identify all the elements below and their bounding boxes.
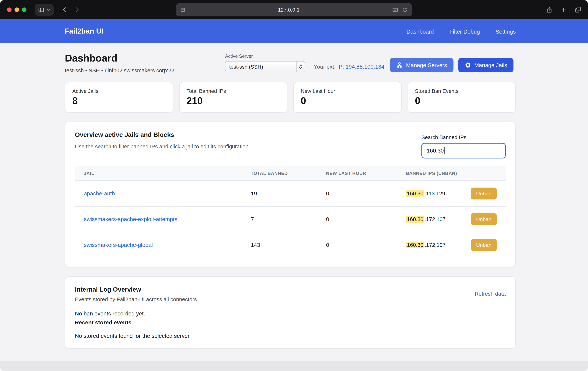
jail-link[interactable]: apache-auth: [84, 190, 115, 196]
stat-card-active-jails: Active Jails 8: [65, 82, 173, 112]
page-subtitle: test-ssh • SSH • rlinfp02.swissmakers.co…: [65, 67, 225, 73]
ip-highlight: 160.30: [406, 190, 425, 197]
ip-rest: .172.107: [425, 242, 446, 248]
minimize-window-button[interactable]: [15, 8, 19, 12]
chevron-down-icon: [47, 8, 50, 11]
internal-log-card: Internal Log Overview Events stored by F…: [65, 276, 516, 349]
total-banned-cell: 143: [242, 242, 317, 248]
browser-window: 127.0.0.1 Fail2ban UI: [0, 0, 588, 371]
log-subtitle: Events stored by Fail2ban-UI across all …: [75, 296, 198, 302]
traffic-lights: [7, 8, 26, 12]
app-brand: Fail2ban UI: [65, 27, 103, 35]
stat-card-total-banned: Total Banned IPs 210: [179, 82, 287, 112]
external-ip-value: 194.88.100.134: [346, 63, 385, 70]
table-row: swissmakers-apache-exploit-attempts 7 0 …: [75, 206, 506, 232]
sidebar-toggle-button[interactable]: [35, 4, 54, 15]
ip-highlight: 160.30: [406, 241, 425, 248]
new-last-hour-cell: 0: [317, 190, 397, 196]
jail-link[interactable]: swissmakers-apache-exploit-attempts: [84, 216, 177, 222]
new-last-hour-cell: 0: [317, 216, 397, 222]
refresh-data-link[interactable]: Refresh data: [475, 291, 506, 297]
stat-label: Active Jails: [72, 88, 166, 94]
reload-icon[interactable]: [402, 7, 408, 12]
no-ban-events-text: No ban events recorded yet.: [75, 310, 506, 316]
column-header-total-banned: TOTAL BANNED: [242, 171, 317, 176]
stat-label: Total Banned IPs: [187, 88, 280, 94]
banned-ip-cell: 160.30.172.107 Unban: [397, 239, 506, 251]
external-ip: Your ext. IP: 194.88.100.134: [314, 63, 384, 70]
jails-table: JAIL TOTAL BANNED NEW LAST HOUR BANNED I…: [75, 166, 506, 257]
overview-subtitle: Use the search to filter banned IPs and …: [75, 143, 250, 149]
stat-card-new-last-hour: New Last Hour 0: [293, 82, 401, 112]
search-input-value: 160.30: [427, 147, 444, 154]
column-header-banned-ips: BANNED IPS (UNBAN): [397, 171, 506, 176]
stat-value: 210: [187, 95, 280, 106]
table-header-row: JAIL TOTAL BANNED NEW LAST HOUR BANNED I…: [75, 166, 506, 181]
page-menu-icon[interactable]: [180, 7, 186, 12]
fullscreen-window-button[interactable]: [22, 8, 26, 12]
search-banned-ips-label: Search Banned IPs: [421, 134, 506, 140]
nav-link-settings[interactable]: Settings: [496, 28, 516, 34]
manage-jails-label: Manage Jails: [474, 62, 507, 68]
search-banned-ips-input[interactable]: 160.30: [421, 143, 506, 158]
new-last-hour-cell: 0: [317, 242, 397, 248]
nav-link-dashboard[interactable]: Dashboard: [406, 28, 434, 34]
browser-titlebar: 127.0.0.1: [0, 0, 588, 19]
active-server-label: Active Server: [225, 54, 305, 59]
table-row: apache-auth 19 0 160.30.113.129 Unban: [75, 181, 506, 206]
column-header-new-last-hour: NEW LAST HOUR: [317, 171, 397, 176]
manage-servers-button[interactable]: Manage Servers: [389, 58, 453, 72]
banned-ip-cell: 160.30.172.107 Unban: [397, 213, 506, 225]
new-tab-icon[interactable]: [560, 7, 567, 13]
sidebar-icon: [38, 7, 44, 13]
ip-rest: .113.129: [425, 190, 445, 196]
stat-value: 0: [415, 95, 508, 106]
manage-jails-button[interactable]: Manage Jails: [458, 58, 514, 72]
keyboard-icon[interactable]: [392, 7, 398, 13]
stat-cards: Active Jails 8 Total Banned IPs 210 New …: [65, 82, 516, 112]
manage-servers-label: Manage Servers: [406, 62, 447, 68]
banned-ip: 160.30.172.107: [406, 242, 446, 248]
ip-highlight: 160.30: [406, 216, 425, 222]
active-server-select[interactable]: test-ssh (SSH): [225, 61, 305, 72]
page-content: Dashboard test-ssh • SSH • rlinfp02.swis…: [0, 43, 588, 371]
unban-button[interactable]: Unban: [471, 239, 497, 251]
sitemap-icon: [396, 62, 403, 68]
tab-overview-icon[interactable]: [575, 6, 581, 13]
url-text: 127.0.0.1: [186, 7, 392, 12]
no-stored-events-text: No stored events found for the selected …: [75, 332, 506, 339]
text-caret: [444, 147, 445, 154]
active-server-value: test-ssh (SSH): [225, 64, 296, 70]
unban-button[interactable]: Unban: [471, 213, 497, 225]
banned-ip-cell: 160.30.113.129 Unban: [397, 187, 506, 199]
banned-ip: 160.30.172.107: [406, 216, 446, 222]
select-arrows-icon: [296, 62, 305, 72]
page-title: Dashboard: [65, 53, 225, 64]
stat-label: New Last Hour: [301, 88, 394, 94]
unban-button[interactable]: Unban: [471, 187, 497, 199]
external-ip-label: Your ext. IP:: [314, 63, 344, 70]
close-window-button[interactable]: [7, 8, 11, 12]
nav-link-filter-debug[interactable]: Filter Debug: [449, 28, 480, 34]
stat-value: 8: [72, 95, 166, 106]
share-icon[interactable]: [546, 6, 553, 13]
stat-card-stored-ban-events: Stored Ban Events 0: [408, 82, 516, 112]
window-bottom-edge: [0, 361, 588, 371]
stat-label: Stored Ban Events: [415, 88, 508, 94]
total-banned-cell: 7: [242, 216, 317, 222]
overview-title: Overview active Jails and Blocks: [75, 131, 250, 139]
forward-button[interactable]: [74, 6, 81, 13]
back-button[interactable]: [61, 6, 68, 13]
column-header-jail: JAIL: [75, 171, 242, 176]
recent-stored-events-title: Recent stored events: [75, 319, 506, 325]
stat-value: 0: [301, 95, 394, 106]
overview-card: Overview active Jails and Blocks Use the…: [65, 121, 516, 267]
address-bar[interactable]: 127.0.0.1: [176, 3, 412, 16]
log-title: Internal Log Overview: [75, 286, 198, 293]
jail-link[interactable]: swissmakers-apache-global: [84, 242, 153, 248]
app-navbar: Fail2ban UI Dashboard Filter Debug Setti…: [0, 19, 588, 43]
total-banned-cell: 19: [242, 190, 317, 196]
banned-ip: 160.30.113.129: [406, 190, 445, 196]
table-row: swissmakers-apache-global 143 0 160.30.1…: [75, 232, 506, 257]
gear-icon: [464, 62, 471, 68]
